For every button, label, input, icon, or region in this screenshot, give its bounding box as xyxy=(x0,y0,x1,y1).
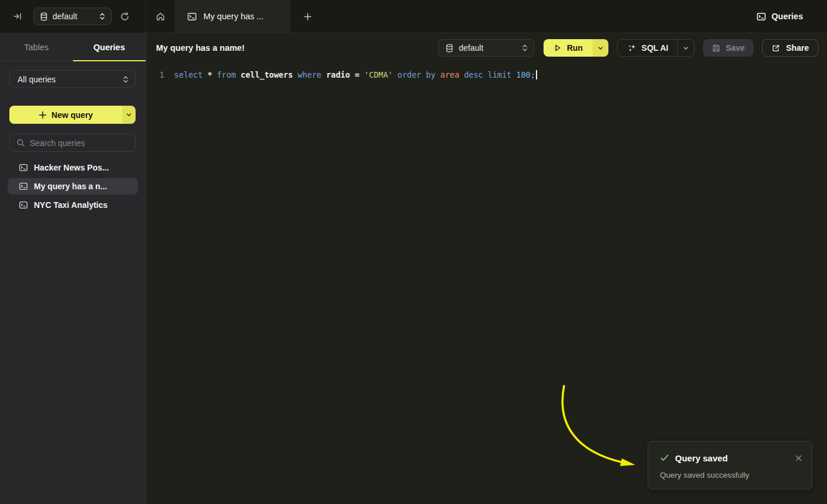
sql-ai-button-group: SQL AI xyxy=(617,39,694,57)
tab-my-query[interactable]: My query has ... xyxy=(175,0,290,33)
query-filter-select[interactable]: All queries xyxy=(9,70,136,88)
query-header: My query has a name! default xyxy=(146,33,827,62)
share-button[interactable]: Share xyxy=(762,39,818,57)
sql-ai-button[interactable]: SQL AI xyxy=(618,40,678,56)
sql-token: desc limit xyxy=(464,70,516,79)
top-bar-left-section: default xyxy=(0,0,146,33)
toast-title: Query saved xyxy=(675,453,793,463)
refresh-button[interactable] xyxy=(114,6,135,27)
new-query-main[interactable]: New query xyxy=(9,106,122,124)
top-bar: default xyxy=(0,0,827,33)
check-icon xyxy=(660,453,669,463)
main-panel: My query has a name! default xyxy=(146,33,827,504)
tab-queries-label: Queries xyxy=(94,43,125,52)
text-cursor xyxy=(536,70,537,79)
sql-token: 'CDMA' xyxy=(364,70,397,79)
sql-token: * xyxy=(207,70,217,79)
chevron-down-icon xyxy=(126,112,132,118)
editor-database-value: default xyxy=(459,43,516,53)
new-tab-button[interactable] xyxy=(297,6,318,27)
tab-tables-label: Tables xyxy=(24,43,49,52)
close-icon[interactable] xyxy=(793,453,804,463)
toast-header: Query saved xyxy=(660,453,804,463)
home-icon xyxy=(155,12,165,22)
query-toolbar: default Run xyxy=(438,39,818,57)
query-filter-value: All queries xyxy=(18,75,122,84)
sql-editor[interactable]: 1 select * from cell_towers where radio … xyxy=(146,62,827,81)
query-item-my-query[interactable]: My query has a n... xyxy=(8,178,138,194)
save-label: Save xyxy=(726,43,745,53)
chevron-down-icon xyxy=(597,45,604,51)
query-item-nyc-taxi[interactable]: NYC Taxi Analytics xyxy=(8,197,138,213)
query-item-hacker-news[interactable]: Hacker News Pos... xyxy=(8,159,138,176)
share-icon xyxy=(771,44,780,53)
home-button[interactable] xyxy=(146,0,175,33)
ai-sparkles-icon xyxy=(627,43,636,53)
collapse-sidebar-button[interactable] xyxy=(7,6,28,27)
sql-token: 100; xyxy=(516,70,535,79)
search-queries-box xyxy=(9,134,136,152)
search-icon xyxy=(16,138,25,147)
chevron-down-icon xyxy=(683,45,689,51)
save-icon xyxy=(712,44,721,53)
sql-token: from xyxy=(217,70,241,79)
search-queries-input[interactable] xyxy=(30,138,136,148)
chevron-updown-icon xyxy=(521,44,528,52)
share-label: Share xyxy=(786,43,809,53)
save-button[interactable]: Save xyxy=(703,39,753,57)
plus-icon xyxy=(303,12,312,21)
sql-token: select xyxy=(174,70,207,79)
terminal-icon xyxy=(19,200,28,210)
database-icon xyxy=(40,12,48,21)
queries-panel-toggle[interactable]: Queries xyxy=(756,12,803,22)
terminal-icon xyxy=(187,12,197,22)
chevron-updown-icon xyxy=(99,12,106,20)
collapse-arrow-icon xyxy=(13,12,22,21)
plus-icon xyxy=(39,111,47,119)
run-options-dropdown[interactable] xyxy=(593,39,608,57)
tab-tables[interactable]: Tables xyxy=(0,33,73,61)
database-icon xyxy=(445,44,454,53)
run-button-group: Run xyxy=(544,39,608,57)
run-button[interactable]: Run xyxy=(544,39,593,57)
query-title[interactable]: My query has a name! xyxy=(156,43,245,53)
sql-token: order by xyxy=(397,70,440,79)
sql-code[interactable]: select * from cell_towers where radio = … xyxy=(174,69,537,81)
sql-token: radio xyxy=(326,70,355,79)
line-number: 1 xyxy=(151,69,164,81)
tab-title: My query has ... xyxy=(203,12,264,21)
run-label: Run xyxy=(567,43,583,53)
new-query-button[interactable]: New query xyxy=(9,106,136,124)
toast-message: Query saved successfully xyxy=(660,471,804,479)
topbar-database-value: default xyxy=(53,12,94,21)
code-line-1[interactable]: 1 select * from cell_towers where radio … xyxy=(146,69,827,81)
terminal-icon xyxy=(756,12,766,22)
sql-ai-dropdown[interactable] xyxy=(678,40,694,56)
refresh-icon xyxy=(120,12,130,22)
terminal-icon xyxy=(19,163,28,172)
query-item-label: NYC Taxi Analytics xyxy=(34,200,108,210)
query-item-label: My query has a n... xyxy=(34,182,107,191)
sql-token: where xyxy=(297,70,326,79)
topbar-database-selector[interactable]: default xyxy=(33,8,112,25)
query-list: Hacker News Pos... My query has a n... N… xyxy=(0,159,146,213)
chevron-updown-icon xyxy=(122,75,129,84)
query-item-label: Hacker News Pos... xyxy=(34,163,109,172)
tab-queries[interactable]: Queries xyxy=(73,33,146,61)
sql-token: = xyxy=(355,70,364,79)
sql-token: cell_towers xyxy=(241,70,298,79)
editor-database-selector[interactable]: default xyxy=(438,39,535,57)
toast-query-saved: Query saved Query saved successfully xyxy=(648,441,812,489)
sql-token: area xyxy=(440,70,464,79)
sql-ai-label: SQL AI xyxy=(642,43,669,53)
sidebar: Tables Queries All queries New query xyxy=(0,33,146,504)
queries-toggle-label: Queries xyxy=(771,12,803,21)
new-query-dropdown[interactable] xyxy=(122,106,136,124)
sidebar-tabs: Tables Queries xyxy=(0,33,146,61)
play-icon xyxy=(553,44,562,52)
terminal-icon xyxy=(19,182,28,191)
new-query-label: New query xyxy=(51,110,93,120)
